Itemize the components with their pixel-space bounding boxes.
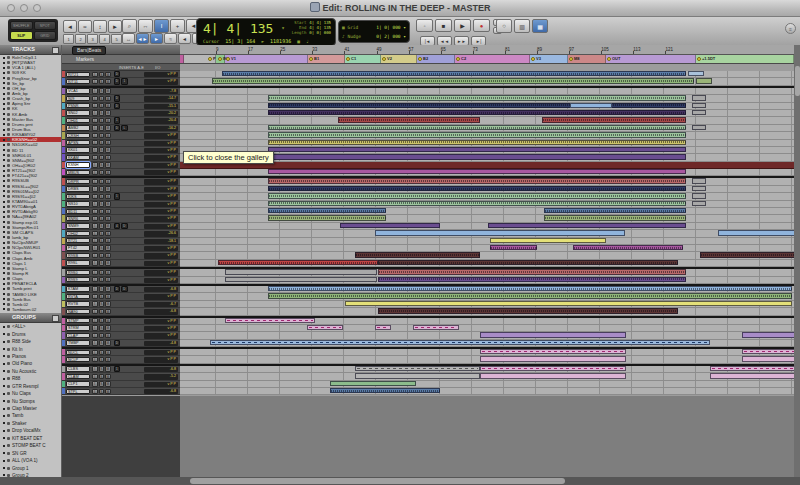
mute-button[interactable]: M bbox=[105, 333, 111, 338]
input-button[interactable]: I bbox=[92, 155, 98, 160]
track-io-volume[interactable]: v P P bbox=[144, 333, 178, 338]
audio-clip[interactable] bbox=[378, 308, 678, 313]
input-button[interactable]: I bbox=[92, 260, 98, 265]
input-button[interactable]: I bbox=[92, 125, 98, 130]
solo-button[interactable]: S bbox=[99, 309, 105, 314]
input-button[interactable]: I bbox=[92, 179, 98, 184]
audio-clip[interactable] bbox=[268, 132, 686, 137]
vertical-scrollbar[interactable] bbox=[794, 45, 800, 477]
audio-clip[interactable] bbox=[355, 366, 480, 371]
solo-button[interactable]: S bbox=[99, 186, 105, 191]
track-io-volume[interactable]: v P P bbox=[144, 294, 178, 299]
track-lane[interactable] bbox=[180, 301, 794, 308]
audio-clip[interactable] bbox=[480, 356, 626, 361]
audio-clip[interactable] bbox=[718, 230, 796, 235]
track-name-button[interactable]: KKAM bbox=[66, 155, 90, 160]
sidebar-track-item[interactable]: Tambourn.02 bbox=[0, 307, 61, 312]
marker-flag[interactable]: OUT bbox=[607, 56, 620, 61]
mute-button[interactable]: M bbox=[105, 231, 111, 236]
track-lane[interactable] bbox=[180, 318, 794, 325]
track-name-button[interactable]: KTAM bbox=[66, 286, 90, 291]
audio-clip[interactable] bbox=[268, 125, 686, 130]
mute-button[interactable]: M bbox=[105, 140, 111, 145]
input-button[interactable]: I bbox=[92, 216, 98, 221]
audio-clip[interactable] bbox=[542, 117, 686, 122]
sidebar-group-item[interactable]: Group 1 bbox=[0, 464, 61, 471]
zoom-preset-3[interactable]: 3 bbox=[87, 34, 98, 44]
solo-button[interactable]: S bbox=[99, 318, 105, 323]
input-button[interactable]: I bbox=[92, 201, 98, 206]
mute-button[interactable]: M bbox=[105, 389, 111, 394]
track-io-volume[interactable]: v P P bbox=[144, 357, 178, 362]
marker-flag[interactable]: B1 bbox=[309, 56, 319, 61]
audio-clip[interactable] bbox=[490, 238, 606, 243]
audio-clip[interactable] bbox=[268, 154, 686, 159]
track-name-button[interactable]: R9S0 bbox=[66, 270, 90, 275]
insert-chip[interactable]: D bbox=[121, 286, 128, 293]
mute-button[interactable]: M bbox=[105, 357, 111, 362]
grabber-tool[interactable]: + bbox=[170, 19, 185, 33]
track-lane[interactable] bbox=[180, 277, 794, 284]
marker-flag[interactable]: V1 bbox=[226, 56, 236, 61]
zoom-preset-1[interactable]: 1 bbox=[63, 34, 74, 44]
record-button[interactable]: ● bbox=[473, 19, 490, 32]
audio-clip[interactable] bbox=[268, 208, 386, 213]
main-counter[interactable]: 4| 4| 135 ▾ bbox=[203, 21, 285, 36]
input-button[interactable]: I bbox=[92, 231, 98, 236]
solo-button[interactable]: S bbox=[99, 72, 105, 77]
track-io-volume[interactable]: -20.2 bbox=[144, 111, 178, 116]
mute-button[interactable]: M bbox=[105, 318, 111, 323]
track-io-volume[interactable]: v P P bbox=[144, 202, 178, 207]
solo-button[interactable]: S bbox=[99, 216, 105, 221]
track-name-button[interactable]: RVTB bbox=[66, 301, 90, 306]
track-name-button[interactable]: CLAM bbox=[66, 374, 90, 379]
input-button[interactable]: I bbox=[92, 118, 98, 123]
track-io-volume[interactable]: -20.4 bbox=[144, 118, 178, 123]
track-io-volume[interactable]: -6.7 bbox=[144, 302, 178, 307]
track-io-volume[interactable]: v P P bbox=[144, 278, 178, 283]
insert-chip[interactable]: 1 bbox=[114, 366, 121, 373]
solo-button[interactable]: S bbox=[99, 140, 105, 145]
audio-clip[interactable] bbox=[480, 332, 626, 337]
mute-button[interactable]: M bbox=[105, 186, 111, 191]
input-button[interactable]: I bbox=[92, 340, 98, 345]
sidebar-group-item[interactable]: Nu Acoustic bbox=[0, 368, 61, 375]
audio-clip[interactable] bbox=[268, 201, 686, 206]
sidebar-group-item[interactable]: R88 Side bbox=[0, 338, 61, 345]
track-name-button[interactable]: RVTA bbox=[66, 294, 90, 299]
marker-region[interactable] bbox=[225, 55, 308, 63]
track-lane[interactable] bbox=[180, 366, 794, 373]
solo-button[interactable]: S bbox=[99, 110, 105, 115]
sidebar-group-item[interactable]: Old Piano bbox=[0, 360, 61, 367]
insert-chip[interactable]: D bbox=[114, 95, 121, 102]
audio-clip[interactable] bbox=[225, 269, 377, 274]
track-name-button[interactable]: PSNR bbox=[66, 103, 90, 108]
mute-button[interactable]: M bbox=[105, 110, 111, 115]
solo-button[interactable]: S bbox=[99, 389, 105, 394]
input-button[interactable]: I bbox=[92, 333, 98, 338]
insert-chip[interactable]: D bbox=[121, 223, 128, 230]
input-button[interactable]: I bbox=[92, 366, 98, 371]
insert-chip[interactable]: 1 bbox=[114, 117, 121, 124]
mute-button[interactable]: M bbox=[105, 170, 111, 175]
track-name-button[interactable]: CLAP bbox=[66, 333, 90, 338]
track-name-button[interactable]: KSNH bbox=[66, 162, 90, 167]
mute-button[interactable]: M bbox=[105, 286, 111, 291]
audio-clip[interactable] bbox=[480, 349, 626, 354]
track-io-volume[interactable]: -15.1 bbox=[144, 104, 178, 109]
subtool-1[interactable]: ◄► bbox=[136, 33, 149, 44]
insert-chip[interactable]: L bbox=[121, 125, 128, 132]
solo-button[interactable]: S bbox=[99, 294, 105, 299]
marker-flag[interactable]: C2 bbox=[456, 56, 466, 61]
marker-flag[interactable]: M8 bbox=[569, 56, 580, 61]
audio-clip[interactable] bbox=[544, 208, 686, 213]
track-lane[interactable] bbox=[180, 325, 794, 332]
audio-clip[interactable] bbox=[307, 325, 343, 330]
track-name-button[interactable]: SNM9 bbox=[66, 223, 90, 228]
mute-button[interactable]: M bbox=[105, 270, 111, 275]
mute-button[interactable]: M bbox=[105, 209, 111, 214]
audio-clip[interactable] bbox=[268, 186, 686, 191]
track-name-button[interactable]: STRM bbox=[66, 325, 90, 330]
sidebar-group-item[interactable]: STOMP BEAT C bbox=[0, 442, 61, 449]
metronome-mini-icon[interactable]: ♩ bbox=[306, 39, 309, 44]
